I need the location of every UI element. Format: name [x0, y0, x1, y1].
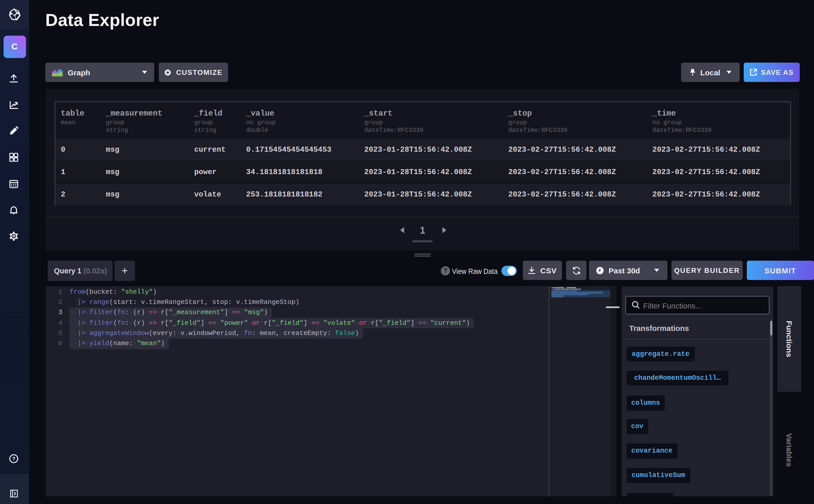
- svg-text:?: ?: [12, 455, 15, 461]
